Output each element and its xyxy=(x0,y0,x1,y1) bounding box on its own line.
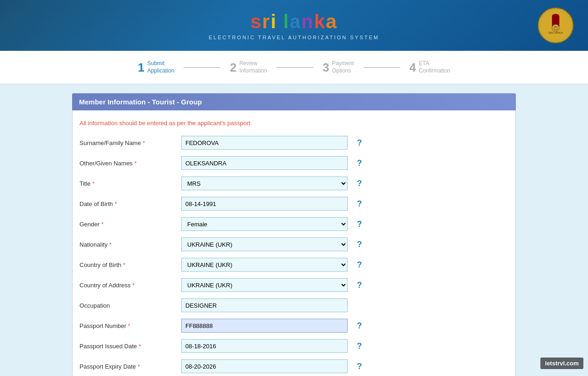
dob-row: Date of Birth * ? xyxy=(80,197,508,211)
gender-label: Gender * xyxy=(80,221,181,228)
given-names-input-wrapper xyxy=(181,156,348,170)
step-1-label: SubmitApplication xyxy=(147,60,174,74)
given-names-input[interactable] xyxy=(181,156,348,170)
step-4-number: 4 xyxy=(410,61,416,73)
step-payment-options[interactable]: 3 PaymentOptions xyxy=(309,58,368,77)
step-3-number: 3 xyxy=(323,61,329,73)
step-2-label: ReviewInformation xyxy=(239,60,267,74)
country-birth-select[interactable]: UKRAINE (UKR) xyxy=(181,258,348,272)
passport-expiry-help-icon[interactable]: ? xyxy=(357,362,366,371)
emblem: 🦁 SRI LANKA xyxy=(537,7,574,44)
passport-issued-help-icon[interactable]: ? xyxy=(357,341,366,351)
step-4-label: ETAConfirmation xyxy=(419,60,450,74)
passport-issued-row: Passport Issued Date * ? xyxy=(80,339,508,353)
nationality-select-wrapper: UKRAINE (UKR) xyxy=(181,237,348,251)
nationality-select[interactable]: UKRAINE (UKR) xyxy=(181,237,348,251)
passport-issued-label: Passport Issued Date * xyxy=(80,343,181,350)
surname-input-wrapper xyxy=(181,136,348,150)
nationality-row: Nationality * UKRAINE (UKR) ? xyxy=(80,237,508,251)
country-birth-label: Country of Birth * xyxy=(80,261,181,268)
given-names-label: Other/Given Names * xyxy=(80,160,181,167)
country-birth-select-wrapper: UKRAINE (UKR) xyxy=(181,258,348,272)
step-submit-application[interactable]: 1 SubmitApplication xyxy=(124,58,188,77)
country-address-row: Country of Address * UKRAINE (UKR) ? xyxy=(80,278,508,292)
dob-label: Date of Birth * xyxy=(80,200,181,207)
nationality-help-icon[interactable]: ? xyxy=(357,240,366,249)
title-label: Title * xyxy=(80,180,181,187)
surname-input[interactable] xyxy=(181,136,348,150)
dob-help-icon[interactable]: ? xyxy=(357,199,366,209)
watermark: letstrvl.com xyxy=(540,358,583,369)
occupation-input[interactable] xyxy=(181,298,348,312)
passport-expiry-input-wrapper xyxy=(181,359,348,373)
given-names-row: Other/Given Names * ? xyxy=(80,156,508,170)
surname-label: Surname/Family Name * xyxy=(80,139,181,146)
passport-expiry-label: Passport Expiry Date * xyxy=(80,363,181,370)
form-container: All information should be entered as per… xyxy=(72,110,516,376)
gender-select-wrapper: Female Male xyxy=(181,217,348,231)
svg-text:SRI LANKA: SRI LANKA xyxy=(548,31,563,34)
title-select-wrapper: MRS MR MS MISS DR PROF xyxy=(181,176,348,190)
country-birth-help-icon[interactable]: ? xyxy=(357,260,366,270)
gender-row: Gender * Female Male ? xyxy=(80,217,508,231)
passport-number-help-icon[interactable]: ? xyxy=(357,321,366,331)
step-divider-3 xyxy=(363,67,400,68)
step-1-number: 1 xyxy=(138,61,144,73)
given-names-help-icon[interactable]: ? xyxy=(357,158,366,168)
passport-issued-input-wrapper xyxy=(181,339,348,353)
svg-text:🦁: 🦁 xyxy=(553,26,558,31)
step-divider-2 xyxy=(276,67,313,68)
occupation-input-wrapper xyxy=(181,298,348,312)
gender-help-icon[interactable]: ? xyxy=(357,219,366,229)
section-header: Member Information - Tourist - Group xyxy=(72,93,516,110)
surname-row: Surname/Family Name * ? xyxy=(80,136,508,150)
step-divider-1 xyxy=(184,67,220,68)
title-help-icon[interactable]: ? xyxy=(357,179,366,188)
dob-input[interactable] xyxy=(181,197,348,211)
nationality-label: Nationality * xyxy=(80,241,181,248)
occupation-label: Occupation xyxy=(80,302,181,309)
logo: sri lanka xyxy=(251,11,337,33)
gender-select[interactable]: Female Male xyxy=(181,217,348,231)
title-select[interactable]: MRS MR MS MISS DR PROF xyxy=(181,176,348,190)
passport-issued-input[interactable] xyxy=(181,339,348,353)
step-eta-confirmation[interactable]: 4 ETAConfirmation xyxy=(396,58,465,77)
passport-number-input-wrapper xyxy=(181,319,348,333)
step-2-number: 2 xyxy=(230,61,236,73)
country-address-label: Country of Address * xyxy=(80,282,181,289)
steps-bar: 1 SubmitApplication 2 ReviewInformation … xyxy=(0,51,588,84)
logo-area: sri lanka ELECTRONIC TRAVEL AUTHORIZATIO… xyxy=(208,11,379,40)
info-notice: All information should be entered as per… xyxy=(80,120,508,127)
occupation-row: Occupation xyxy=(80,298,508,312)
surname-help-icon[interactable]: ? xyxy=(357,138,366,148)
passport-number-row: Passport Number * ? xyxy=(80,319,508,333)
passport-expiry-input[interactable] xyxy=(181,359,348,373)
step-review-information[interactable]: 2 ReviewInformation xyxy=(216,58,281,77)
country-birth-row: Country of Birth * UKRAINE (UKR) ? xyxy=(80,258,508,272)
country-address-help-icon[interactable]: ? xyxy=(357,280,366,290)
main-content: Member Information - Tourist - Group All… xyxy=(63,93,525,376)
passport-number-input[interactable] xyxy=(181,319,348,333)
step-3-label: PaymentOptions xyxy=(332,60,354,74)
logo-subtitle: ELECTRONIC TRAVEL AUTHORIZATION SYSTEM xyxy=(208,35,379,40)
dob-input-wrapper xyxy=(181,197,348,211)
header: sri lanka ELECTRONIC TRAVEL AUTHORIZATIO… xyxy=(0,0,588,51)
passport-expiry-row: Passport Expiry Date * ? xyxy=(80,359,508,373)
country-address-select[interactable]: UKRAINE (UKR) xyxy=(181,278,348,292)
country-address-select-wrapper: UKRAINE (UKR) xyxy=(181,278,348,292)
title-row: Title * MRS MR MS MISS DR PROF ? xyxy=(80,176,508,190)
passport-number-label: Passport Number * xyxy=(80,322,181,329)
